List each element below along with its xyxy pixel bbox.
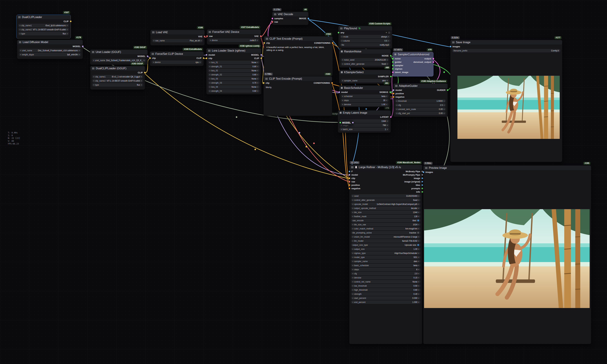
menu-icon[interactable] <box>265 78 268 80</box>
node-ksampler-select[interactable]: #80 KSamplerSelect SAMPLER sampler_named… <box>339 70 391 84</box>
increment-icon[interactable] <box>418 253 419 254</box>
node-preview-image[interactable]: 0.064s #195 Preview Image images <box>423 165 591 344</box>
output-port-model[interactable] <box>260 54 262 56</box>
input-port-vae[interactable] <box>271 21 273 23</box>
increment-icon[interactable] <box>444 100 444 102</box>
menu-icon[interactable] <box>395 85 398 87</box>
node-header[interactable]: CLIP Text Encode (Prompt) <box>264 36 333 41</box>
collapse-square-icon[interactable] <box>341 71 343 73</box>
widget-mode[interactable]: modealways <box>340 35 390 38</box>
output-port-guider[interactable] <box>447 89 448 91</box>
input-port-samples[interactable] <box>271 18 273 19</box>
output-port-noise[interactable] <box>390 55 392 56</box>
decrement-icon[interactable] <box>20 50 21 51</box>
node-header[interactable]: VAE Decode <box>272 12 308 17</box>
widget-volume[interactable]: volume0.5 <box>340 39 390 42</box>
widget-strength-01[interactable]: strength_010.80 <box>208 65 259 68</box>
output-port-tiles[interactable] <box>422 184 423 186</box>
widget-control-net-name[interactable]: control_net_nameNone <box>351 280 421 283</box>
input-port-clip[interactable] <box>263 82 264 84</box>
drag-dots-icon[interactable] <box>388 32 390 34</box>
output-port-model[interactable] <box>147 55 148 57</box>
output-port-vae[interactable] <box>260 35 261 37</box>
increment-icon[interactable] <box>387 80 388 81</box>
reroute-node-model[interactable]: MODEL <box>340 120 353 125</box>
menu-icon[interactable] <box>18 16 21 18</box>
increment-icon[interactable] <box>258 66 258 67</box>
decrement-icon[interactable] <box>342 96 343 97</box>
widget-vae-encode[interactable]: vae_encodetiled <box>351 219 421 222</box>
input-port-positive[interactable] <box>393 93 394 94</box>
increment-icon[interactable] <box>387 63 388 65</box>
increment-icon[interactable] <box>418 273 419 274</box>
menu-icon[interactable] <box>266 38 268 40</box>
increment-icon[interactable] <box>418 208 419 209</box>
increment-icon[interactable] <box>387 104 387 105</box>
increment-icon[interactable] <box>418 298 419 299</box>
decrement-icon[interactable] <box>209 82 210 84</box>
widget-sampler-name[interactable]: sampler_namedeis <box>341 79 389 82</box>
decrement-icon[interactable] <box>352 248 353 250</box>
decrement-icon[interactable] <box>352 228 353 229</box>
increment-icon[interactable] <box>387 96 387 97</box>
input-port-negative[interactable] <box>393 96 394 98</box>
node-header[interactable]: PlaySound↻ <box>338 26 392 31</box>
menu-icon[interactable] <box>340 27 343 29</box>
input-port-clip[interactable] <box>349 178 350 179</box>
toggle-on-icon[interactable] <box>417 220 419 221</box>
decrement-icon[interactable] <box>153 62 154 63</box>
widget-noise-seed[interactable]: noise_seed2034251130 <box>341 58 389 61</box>
widget-filename-prefix[interactable]: filename_prefixComfyUI <box>452 49 560 52</box>
decrement-icon[interactable] <box>352 236 353 238</box>
widget-weight-dtype[interactable]: weight_dtypefp8_e4m3fn <box>19 53 81 56</box>
input-port-noise[interactable] <box>392 58 394 59</box>
increment-icon[interactable] <box>444 104 444 106</box>
node-random-noise[interactable]: RandomNoise NOISE noise_seed2034251130 c… <box>339 49 391 67</box>
input-port-f[interactable] <box>349 171 350 172</box>
widget-uncond-zero-scale[interactable]: uncond_zero_scale0.00 <box>395 107 446 111</box>
output-port-vae[interactable] <box>204 36 205 37</box>
increment-icon[interactable] <box>79 54 80 55</box>
node-header[interactable]: Lora Loader Stack (rgthree) <box>207 48 261 53</box>
widget-type[interactable]: typeflux <box>18 32 69 35</box>
widget-tile-size[interactable]: tile_size1344 <box>351 211 421 214</box>
node-header[interactable]: Unet Loader (GGUF) <box>90 50 148 54</box>
prompt-text[interactable]: A beautiful woman with a perfect face, w… <box>266 46 330 52</box>
decrement-icon[interactable] <box>209 78 210 79</box>
decrement-icon[interactable] <box>352 298 353 299</box>
increment-icon[interactable] <box>258 74 258 75</box>
decrement-icon[interactable] <box>352 265 353 266</box>
decrement-icon[interactable] <box>352 269 353 270</box>
increment-icon[interactable] <box>258 82 258 84</box>
widget-unet-name[interactable]: unet_nameDist_Schnell_Frankenstein_v1A_Q… <box>92 59 146 62</box>
node-mcboaty-large-refiner[interactable]: 12.141s #194 MaraScott_Nodes Large Refin… <box>349 165 422 344</box>
decrement-icon[interactable] <box>352 273 353 274</box>
node-basic-scheduler[interactable]: #81 BasicScheduler modelSIGMAS scheduler… <box>339 85 390 107</box>
menu-icon[interactable] <box>152 53 154 55</box>
decrement-icon[interactable] <box>341 129 342 130</box>
widget-sampler-name[interactable]: sampler_namedeis <box>351 260 421 263</box>
decrement-icon[interactable] <box>352 199 353 201</box>
decrement-icon[interactable] <box>209 86 210 88</box>
increment-icon[interactable] <box>141 84 142 86</box>
increment-icon[interactable] <box>67 25 67 26</box>
input-port-vae[interactable] <box>206 35 208 37</box>
increment-icon[interactable] <box>418 285 419 286</box>
increment-icon[interactable] <box>141 76 142 78</box>
widget-tile-prompting-active[interactable]: tile_prompting_activeInactive <box>351 231 421 234</box>
increment-icon[interactable] <box>418 199 419 201</box>
node-header[interactable]: Force/Set CLIP Device <box>150 52 204 56</box>
decrement-icon[interactable] <box>352 208 353 209</box>
node-header[interactable]: Load Diffusion Model <box>17 40 83 45</box>
node-header[interactable]: SamplerCustomAdvanced <box>393 52 433 57</box>
reroute-input-port[interactable] <box>339 122 341 123</box>
widget-vision-llm-model[interactable]: vision_llm_modelmicrosoft/Florence-2-lar… <box>351 235 421 238</box>
widget-strength-03[interactable]: strength_030.70 <box>208 81 259 84</box>
widget-type[interactable]: typeflux <box>92 83 143 86</box>
increment-icon[interactable] <box>418 236 419 238</box>
increment-icon[interactable] <box>418 289 419 291</box>
widget-sigmas-type[interactable]: sigmas_typeAlignYourStepsScheduler <box>351 251 421 255</box>
widget-model-type[interactable]: model_typeSD1 <box>351 256 421 259</box>
decrement-icon[interactable] <box>209 70 210 71</box>
node-clip-text-encode-negative[interactable]: 3.798s #163 CLIP Text Encode (Prompt) cl… <box>263 76 332 116</box>
